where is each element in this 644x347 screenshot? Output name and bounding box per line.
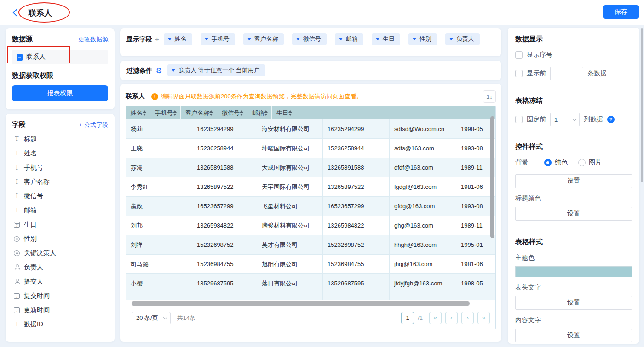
display-field-tag[interactable]: 性别 xyxy=(408,33,437,45)
chevron-down-icon[interactable] xyxy=(168,38,172,40)
chevron-down-icon[interactable] xyxy=(339,38,343,40)
header-text-set-button[interactable]: 设置 xyxy=(515,296,632,310)
row-count-input[interactable] xyxy=(550,67,583,80)
report-permission-button[interactable]: 报表权限 xyxy=(12,85,108,101)
freeze-checkbox[interactable] xyxy=(515,116,523,123)
content-text-set-button[interactable]: 设置 xyxy=(515,329,632,342)
chevron-down-icon[interactable] xyxy=(296,38,300,40)
chevron-down-icon[interactable] xyxy=(449,38,453,40)
last-page-button[interactable]: » xyxy=(477,312,490,324)
horizontal-scrollbar xyxy=(126,300,495,307)
table-row[interactable]: 小樱 13529687595 落日有限公司 13529687595 jfdyjf… xyxy=(126,274,495,293)
datasource-item-contacts[interactable]: 联系人 xyxy=(12,50,108,64)
image-label: 图片 xyxy=(589,159,602,167)
show-index-checkbox[interactable] xyxy=(515,51,523,59)
chevron-down-icon[interactable] xyxy=(205,38,208,40)
field-item[interactable]: 生日 xyxy=(12,217,108,232)
chevron-down-icon xyxy=(572,117,577,121)
horizontal-scrollbar-thumb[interactable] xyxy=(132,301,470,306)
chevron-down-icon[interactable] xyxy=(376,38,380,40)
sort-carets-icon[interactable] xyxy=(288,110,292,116)
cell-customer: 坤曜国际有限公司 xyxy=(257,139,323,158)
gear-icon[interactable]: ⚙ xyxy=(156,67,162,74)
table-row[interactable]: 王晓 15236258944 坤曜国际有限公司 15236258944 sdfs… xyxy=(126,139,495,158)
table-row[interactable]: 刘邦 13265984822 腾骏材料有限公司 13265984822 ghg@… xyxy=(126,216,495,235)
field-label: 负责人 xyxy=(24,263,43,272)
chevron-down-icon[interactable] xyxy=(172,69,175,72)
divider xyxy=(515,88,632,88)
display-field-tag[interactable]: 生日 xyxy=(372,33,400,45)
cell-email: sdfsd@Wo.com.cn xyxy=(390,119,456,138)
field-item[interactable]: 更新时间 xyxy=(12,303,108,317)
cell-wechat: 13265891588 xyxy=(323,158,390,177)
chevron-down-icon[interactable] xyxy=(247,38,251,40)
display-field-tag[interactable]: 邮箱 xyxy=(335,33,363,45)
back-icon[interactable] xyxy=(13,9,20,17)
field-item[interactable]: 提交人 xyxy=(12,274,108,289)
field-item[interactable]: 数据ID xyxy=(12,317,108,331)
table-row[interactable]: 司马懿 15236984755 旭阳有限公司 15236984755 jhgj@… xyxy=(126,255,495,274)
cell-email: hhgh@163.com xyxy=(390,235,456,254)
theme-color-swatch[interactable] xyxy=(515,266,632,277)
column-label: 手机号 xyxy=(155,109,173,117)
help-icon[interactable]: ? xyxy=(607,116,615,123)
field-item[interactable]: 手机号 xyxy=(12,160,108,175)
freeze-column-select[interactable]: 1 xyxy=(550,113,580,126)
field-item[interactable]: 关键决策人 xyxy=(12,246,108,260)
table-header-cell[interactable]: 邮箱 xyxy=(247,106,272,119)
image-radio[interactable] xyxy=(578,159,586,166)
field-item[interactable]: 客户名称 xyxy=(12,175,108,189)
display-field-tag[interactable]: 手机号 xyxy=(201,33,235,45)
field-item[interactable]: 标题 xyxy=(12,132,108,146)
display-field-tag[interactable]: 客户名称 xyxy=(243,33,284,45)
field-item[interactable]: 性别 xyxy=(12,232,108,246)
filter-condition-tag[interactable]: 负责人 等于任意一个 当前用户 xyxy=(167,64,265,76)
theme-color-label: 主题色 xyxy=(515,254,632,262)
page-number-input[interactable]: 1 xyxy=(401,312,414,324)
display-field-tag[interactable]: 微信号 xyxy=(292,33,327,45)
prev-page-button[interactable]: ‹ xyxy=(445,312,458,324)
change-datasource-link[interactable]: 更改数据源 xyxy=(78,35,108,44)
display-fields-panel: 显示字段 + 姓名 手机号 客户名称 xyxy=(120,28,501,56)
table-header-cell[interactable]: 姓名 xyxy=(126,106,150,119)
next-page-button[interactable]: › xyxy=(461,312,474,324)
sort-carets-icon[interactable] xyxy=(173,110,177,116)
vertical-scrollbar-thumb[interactable] xyxy=(490,116,494,238)
field-item[interactable]: 微信号 xyxy=(12,189,108,203)
first-page-button[interactable]: « xyxy=(429,312,442,324)
table-header-cell[interactable]: 手机号 xyxy=(150,106,181,119)
add-formula-field-link[interactable]: + 公式字段 xyxy=(79,121,108,129)
sort-carets-icon[interactable] xyxy=(240,110,243,116)
sort-carets-icon[interactable] xyxy=(264,110,268,116)
save-button[interactable]: 保存 xyxy=(603,5,639,19)
sort-carets-icon[interactable] xyxy=(209,110,213,116)
table-row[interactable]: 刘禅 15232698752 英才有限公司 15232698752 hhgh@1… xyxy=(126,235,495,255)
field-item[interactable]: 提交时间 xyxy=(12,289,108,303)
field-item[interactable]: 邮箱 xyxy=(12,203,108,217)
table-row[interactable]: 嬴政 16523657299 飞星材料公司 16523657299 gfdg@1… xyxy=(126,197,495,216)
table-header-cell[interactable]: 客户名称 xyxy=(181,106,217,119)
table-header-cell[interactable]: 生日 xyxy=(272,106,296,119)
chevron-down-icon[interactable] xyxy=(413,38,416,40)
cell-wechat: 15236258944 xyxy=(323,139,390,158)
table-row[interactable]: 苏漫 13265891588 大成国际有限公司 13265891588 dfdf… xyxy=(126,158,495,177)
title-color-set-button[interactable]: 设置 xyxy=(515,207,632,221)
sort-order-button[interactable]: 1↓ xyxy=(483,90,496,103)
solid-color-radio[interactable] xyxy=(544,159,552,166)
tag-label: 微信号 xyxy=(303,35,321,43)
background-set-button[interactable]: 设置 xyxy=(515,174,632,188)
display-field-tag[interactable]: 负责人 xyxy=(445,33,480,45)
pagination-bar: 20 条/页 共14条 1 /1 « ‹ › » xyxy=(126,307,495,329)
freeze-prefix: 固定前 xyxy=(527,115,546,124)
show-first-checkbox[interactable] xyxy=(515,70,523,77)
table-row[interactable]: 李秀红 13265897522 天宇国际有限公司 13265897522 fgd… xyxy=(126,177,495,197)
table-row[interactable]: 杨莉 16235294299 海安材料有限公司 16235294299 sdfs… xyxy=(126,119,495,139)
field-item[interactable]: 姓名 xyxy=(12,146,108,160)
field-item[interactable]: 负责人 xyxy=(12,260,108,274)
window-scrollbar-thumb[interactable] xyxy=(641,28,643,182)
table-header-cell[interactable]: 微信号 xyxy=(217,106,247,119)
display-field-tag[interactable]: 姓名 xyxy=(164,33,192,45)
sort-carets-icon[interactable] xyxy=(143,110,146,116)
page-size-select[interactable]: 20 条/页 xyxy=(132,312,171,324)
add-display-field-button[interactable]: + xyxy=(155,33,159,45)
